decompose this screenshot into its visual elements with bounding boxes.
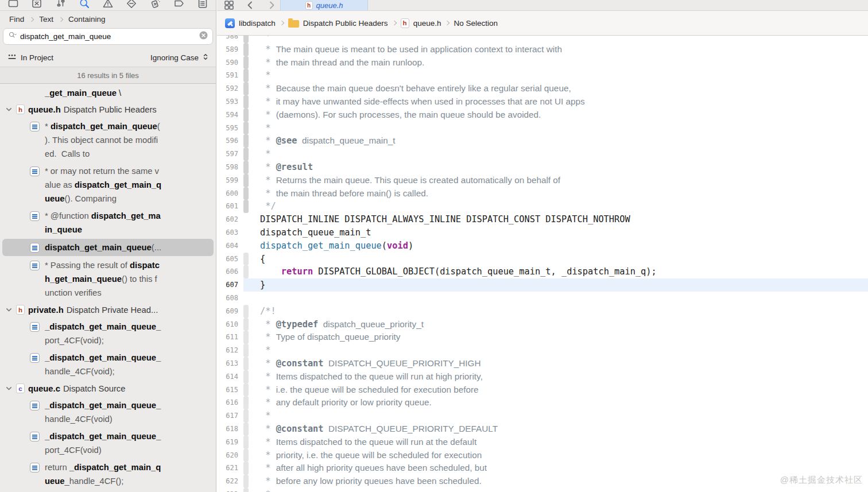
search-result-row[interactable]: * Passing the result of dispatch_get_mai… [0, 257, 216, 301]
code-line[interactable]: 622 * before any low priority queues hav… [217, 475, 868, 488]
search-result-row[interactable]: return _dispatch_get_main_queue_handle_4… [0, 459, 216, 490]
project-navigator-icon[interactable] [6, 0, 20, 10]
code-line[interactable]: 615 * i.e. the queue will be scheduled f… [217, 383, 868, 397]
result-group-header[interactable]: hqueue.hDispatch Public Headers [0, 101, 216, 118]
debug-navigator-icon[interactable] [149, 0, 162, 10]
code-line[interactable]: 610 * @typedef dispatch_queue_priority_t [217, 318, 868, 331]
line-number[interactable]: 609 [217, 305, 243, 318]
search-result-row[interactable]: _get_main_queue \ [0, 85, 216, 101]
find-navigator-icon[interactable] [78, 0, 91, 10]
search-result-row[interactable]: _dispatch_get_main_queue_port_4CF(void); [0, 318, 216, 349]
line-number[interactable]: 593 [217, 95, 243, 109]
line-number[interactable]: 619 [217, 436, 243, 449]
code-line[interactable]: 588 * [217, 36, 868, 43]
code-line[interactable]: 618 * @constant DISPATCH_QUEUE_PRIORITY_… [217, 423, 868, 436]
line-number[interactable]: 622 [217, 475, 243, 488]
code-line[interactable]: 599 * Returns the main queue. This queue… [217, 174, 868, 187]
line-number[interactable]: 588 [217, 36, 243, 43]
code-line[interactable]: 602DISPATCH_INLINE DISPATCH_ALWAYS_INLIN… [217, 213, 868, 226]
result-group-header[interactable]: cqueue.cDispatch Source [0, 380, 216, 397]
code-line[interactable]: 597 * [217, 148, 868, 161]
search-result-row[interactable]: _dispatch_get_main_queue_handle_4CF(void… [0, 397, 216, 428]
editor-tab[interactable]: hqueue.h [280, 0, 368, 11]
code-line[interactable]: 607} [217, 278, 868, 292]
code-line[interactable]: 611 * Type of dispatch_queue_priority [217, 331, 868, 344]
line-number[interactable]: 589 [217, 43, 243, 56]
line-number[interactable]: 591 [217, 69, 243, 82]
code-line[interactable]: 619 * Items dispatched to the queue will… [217, 436, 868, 449]
source-control-icon[interactable] [30, 0, 44, 10]
search-icon[interactable] [8, 31, 17, 42]
line-number[interactable]: 621 [217, 462, 243, 475]
search-input[interactable] [20, 32, 196, 41]
scope-in-project[interactable]: In Project [7, 53, 53, 63]
line-number[interactable]: 610 [217, 318, 243, 331]
code-line[interactable]: 603dispatch_queue_main_t [217, 226, 868, 239]
chevron-down-icon[interactable] [5, 306, 13, 313]
line-number[interactable]: 603 [217, 226, 243, 239]
line-number[interactable]: 614 [217, 370, 243, 383]
related-items-icon[interactable] [222, 0, 236, 11]
code-line[interactable]: 612 * [217, 344, 868, 357]
find-mode-item[interactable]: Text [38, 15, 55, 24]
issue-navigator-icon[interactable] [101, 0, 115, 10]
line-number[interactable]: 595 [217, 122, 243, 135]
forward-icon[interactable] [265, 0, 278, 11]
code-line[interactable]: 613 * @constant DISPATCH_QUEUE_PRIORITY_… [217, 357, 868, 370]
case-mode-control[interactable]: Ignoring Case [150, 53, 208, 63]
line-number[interactable]: 590 [217, 56, 243, 69]
search-result-row[interactable]: _dispatch_get_main_queue_handle_4CF(void… [0, 349, 216, 380]
code-line[interactable]: 605{ [217, 253, 868, 266]
jump-bar-item[interactable]: hqueue.h [401, 18, 441, 28]
back-icon[interactable] [243, 0, 257, 11]
code-line[interactable]: 609/*! [217, 305, 868, 318]
line-number[interactable]: 605 [217, 253, 243, 266]
code-line[interactable]: 590 * the main thread and the main runlo… [217, 56, 868, 69]
code-line[interactable]: 592 * Because the main queue doesn't beh… [217, 82, 868, 95]
search-result-row[interactable]: * @function dispatch_get_main_queue [0, 207, 216, 238]
clear-icon[interactable] [199, 31, 208, 42]
report-navigator-icon[interactable] [196, 0, 210, 10]
code-line[interactable]: 623 * [217, 488, 868, 492]
code-line[interactable]: 600 * the main thread before main() is c… [217, 187, 868, 200]
line-number[interactable]: 620 [217, 449, 243, 462]
symbol-navigator-icon[interactable] [54, 0, 68, 10]
line-number[interactable]: 615 [217, 383, 243, 397]
code-line[interactable]: 606 return DISPATCH_GLOBAL_OBJECT(dispat… [217, 265, 868, 278]
line-number[interactable]: 612 [217, 344, 243, 357]
line-number[interactable]: 623 [217, 488, 243, 492]
chevron-down-icon[interactable] [5, 385, 13, 392]
code-line[interactable]: 617 * [217, 409, 868, 423]
chevron-down-icon[interactable] [5, 106, 13, 113]
search-result-row[interactable]: * or may not return the same value as di… [0, 162, 216, 207]
line-number[interactable]: 598 [217, 161, 243, 174]
jump-bar-item[interactable]: libdispatch [225, 18, 276, 28]
line-number[interactable]: 616 [217, 396, 243, 409]
code-line[interactable]: 621 * after all high priority queues hav… [217, 462, 868, 475]
code-line[interactable]: 589 * The main queue is meant to be used… [217, 43, 868, 56]
line-number[interactable]: 617 [217, 409, 243, 423]
search-field[interactable] [3, 28, 213, 45]
line-number[interactable]: 607 [217, 278, 243, 292]
source-code-area[interactable]: 588 *589 * The main queue is meant to be… [217, 36, 868, 492]
line-number[interactable]: 618 [217, 423, 243, 436]
code-line[interactable]: 594 * (daemons). For such processes, the… [217, 109, 868, 122]
line-number[interactable]: 604 [217, 239, 243, 253]
code-line[interactable]: 596 * @see dispatch_queue_main_t [217, 134, 868, 148]
line-number[interactable]: 599 [217, 174, 243, 187]
line-number[interactable]: 606 [217, 265, 243, 278]
code-line[interactable]: 591 * [217, 69, 868, 82]
line-number[interactable]: 611 [217, 331, 243, 344]
code-line[interactable]: 593 * it may have unwanted side-effects … [217, 95, 868, 109]
search-result-row[interactable]: * dispatch_get_main_queue(). This object… [0, 118, 216, 162]
code-line[interactable]: 614 * Items dispatched to the queue will… [217, 370, 868, 383]
code-line[interactable]: 604dispatch_get_main_queue(void) [217, 239, 868, 253]
result-group-header[interactable]: hprivate.hDispatch Private Head... [0, 301, 216, 318]
find-mode-item[interactable]: Find [8, 15, 25, 24]
line-number[interactable]: 594 [217, 109, 243, 122]
code-line[interactable]: 616 * any default priority or low priori… [217, 396, 868, 409]
code-line[interactable]: 608 [217, 292, 868, 305]
line-number[interactable]: 608 [217, 292, 243, 305]
search-result-row[interactable]: dispatch_get_main_queue(... [2, 239, 214, 256]
code-line[interactable]: 620 * priority, i.e. the queue will be s… [217, 449, 868, 462]
